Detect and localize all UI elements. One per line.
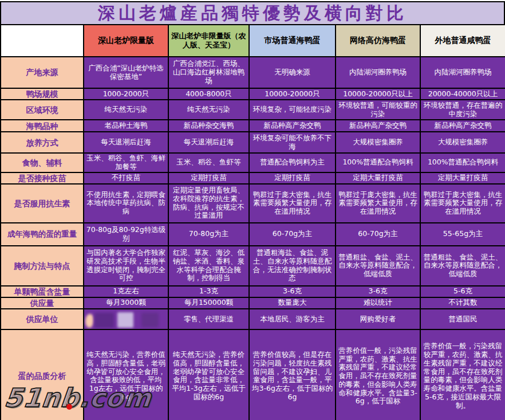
table-cell: 与国内著名大学合作独家研发高技术手段，生物半透膜定时锁闭，腌制完全可控 [84,246,168,286]
row-label: 放养方式 [1,132,84,153]
censored-cell [84,309,168,329]
table-cell: 新品种高产杂交鸭 [420,120,505,132]
table-cell: 新品种杂交海鸭 [168,120,249,132]
table-cell: 内陆湖河圈养鸭场 [420,57,505,88]
table-cell: 每月3000颗 [84,297,168,309]
comparison-sheet: 深山老爐産品獨特優勢及横向對比 深山老炉限量版深山老炉非限量版（农人版、天圣宝）… [0,0,505,420]
table-cell: 10000-20000只以上 [336,88,420,100]
table-cell: 本地居民、游客为主 [249,309,336,329]
table-cell: 广西合浦党江、西场、山口海边红树林湿地鸭场 [168,57,249,88]
censor-blur-block [94,313,114,328]
table-cell: 每天退潮后赶海 [168,132,249,153]
row-label: 供应量 [1,297,84,309]
table-cell: 3-6克 [249,286,336,297]
row-label: 单颗鸭蛋含盐量 [1,286,84,297]
table-cell: 普通粗盐、食盐、泥土、自来水等原料随意配合，低端低质 [420,246,505,286]
table-cell: 红泥、草灰、海沙、低钠盐、米酒、香料、泉水等科学合理配合腌制，控制得当 [168,246,249,286]
table-cell: 零售、代理渠道 [168,309,249,329]
table-cell: 定期大量打疫苗 [336,172,420,184]
column-header: 外地普通咸鸭蛋 [420,25,505,57]
row-label: 成年海鸭的蛋的重量 [1,223,84,246]
comparison-table-body: 深山老炉限量版深山老炉非限量版（农人版、天圣宝）市场普通海鸭蛋网络高仿海鸭蛋外地… [1,25,505,420]
corner-cell [1,25,84,57]
comparison-table: 深山老炉限量版深山老炉非限量版（农人版、天圣宝）市场普通海鸭蛋网络高仿海鸭蛋外地… [0,24,505,420]
table-cell: 老品种土海鸭 [84,120,168,132]
table-cell: 60-70g为主 [336,223,420,246]
table-cell: 大规模密集圈养 [336,132,420,153]
table-cell: 55-65g为主 [420,223,505,246]
table-cell: 每天退潮后赶海 [84,132,168,153]
table-cell: 鸭群过于庞大密集，抗生素需要频繁大量使用，存在滥用情况 [420,184,505,223]
censor-blur-block [85,314,93,328]
table-cell: 不计其数 [420,297,505,309]
table-cell: 定期大量打疫苗 [420,172,505,184]
table-cell: 环境复杂可能不放养不下海 [249,132,336,153]
column-header: 市场普通海鸭蛋 [249,25,336,57]
table-cell: 不使用抗生素，定期喂食本地传统中草药抗病、防病 [84,184,168,223]
table-cell: 定期打疫苗 [168,172,249,184]
row-label: 是否服用抗生素 [1,184,84,223]
table-cell: 无明确来源 [249,57,336,88]
table-cell: 新品种高产杂交鸭 [336,120,420,132]
table-cell: 定期打疫苗 [249,172,336,184]
table-cell: 1000-2000只 [84,88,168,100]
table-cell: 营养价值较高，但是存在污染问题，轻度抗生素残留问题，不建议孕妇、儿童食用，含盐量… [249,329,336,420]
table-cell: 玉米、稻谷、鱼虾等 [168,153,249,172]
table-cell: 网购爱好者 [336,309,420,329]
table-cell: 70-80g及80-92g特选级别 [84,223,168,246]
table-cell: 60-70g为主 [249,223,336,246]
table-cell: 玉米、稻谷、鱼虾、海鲜加餐等 [84,153,168,172]
table-cell: 新品种高产杂交鸭 [249,120,336,132]
table-cell: 不打疫苗 [84,172,168,184]
table-cell: 10000-20000只 [249,88,336,100]
table-cell: 广西合浦“深山老炉特选保密基地” [84,57,168,88]
table-cell: 1克左右 [84,286,168,297]
row-label: 区域环境 [1,100,84,120]
sheet-title: 深山老爐産品獨特優勢及横向對比 [98,2,407,25]
table-cell: 每月150000颗 [168,297,249,309]
row-label: 产地来源 [1,57,84,88]
watermark-text: 51nb.com [3,383,144,413]
table-cell: 普通粗盐、食盐、泥土、自来水等原料随意配合，低端低质 [336,246,420,286]
row-label: 是否接种疫苗 [1,172,84,184]
table-cell: 鸭群过于庞大密集，抗生素需要频繁大量使用，存在滥用情况 [249,184,336,223]
table-cell: 定期定量使用畜牧局、农科院推荐的抗生素，防病、抗病，按规定不过量滥用 [168,184,249,223]
table-cell: 70-80g为主 [168,223,249,246]
table-cell: 5-6克 [420,286,505,297]
censor-blur-block [117,312,133,328]
table-cell: 数量庞大 [249,297,336,309]
row-label: 食物、辅料 [1,153,84,172]
table-cell: 3-6克 [336,286,420,297]
table-cell: 营养价值一般，污染残留较严重，农药、激素、抗生素残留严重，不建议经常食用，虽不存… [420,329,505,420]
column-header: 深山老炉限量版 [84,25,168,57]
table-cell: 纯天然无污染 [84,100,168,120]
table-cell: 普通配合鸭饲料为主 [249,153,336,172]
row-label: 腌制方法与特点 [1,246,84,286]
table-cell: 纯天然无污染，营养价值高，胆固醇含量低，老弱幼孕皆可放心安全食用，含盐量非常低，… [168,329,249,420]
table-cell: 环境较普通，可能较重的污染 [336,100,420,120]
censor-blur-block [141,313,159,327]
table-cell: 普通国民 [420,309,505,329]
table-cell: 营养价值一般，污染残留严重，农药、激素、抗生素残留严重，不建议经常食用，虽不存在… [336,329,420,420]
sheet-title-bar: 深山老爐産品獨特優勢及横向對比 [0,1,505,25]
column-header: 网络高仿海鸭蛋 [336,25,420,57]
table-cell: 普通粗海盐、食盐、泥土、自来水等原料随意配合，无法准确控制腌制状态 [249,246,336,286]
row-label: 海鸭品种 [1,120,84,132]
table-cell: 大规模密集圈养 [420,132,505,153]
table-cell: 难以统计 [336,297,420,309]
column-header: 深山老炉非限量版（农人版、天圣宝） [168,25,249,57]
table-cell: 环境较普通，存在普遍的中度污染 [420,100,505,120]
table-cell: 100%普通配合鸭饲料 [336,153,420,172]
row-label: 鸭场规模 [1,88,84,100]
table-cell: 鸭群过于庞大密集，抗生素需要频繁大量使用，存在滥用情况 [336,184,420,223]
watermark-red-dot [66,404,72,410]
table-cell: 环境复杂，可能轻度污染 [249,100,336,120]
table-cell: 100%普通配合鸭饲料 [420,153,505,172]
table-cell: 内陆湖河圈养鸭场 [336,57,420,88]
table-cell: 4000-8000只 [168,88,249,100]
table-cell: 纯天然无污染 [168,100,249,120]
row-label: 供应单位 [1,309,84,329]
table-cell: 20000-40000只以上 [420,88,505,100]
table-cell: 1-3克 [168,286,249,297]
